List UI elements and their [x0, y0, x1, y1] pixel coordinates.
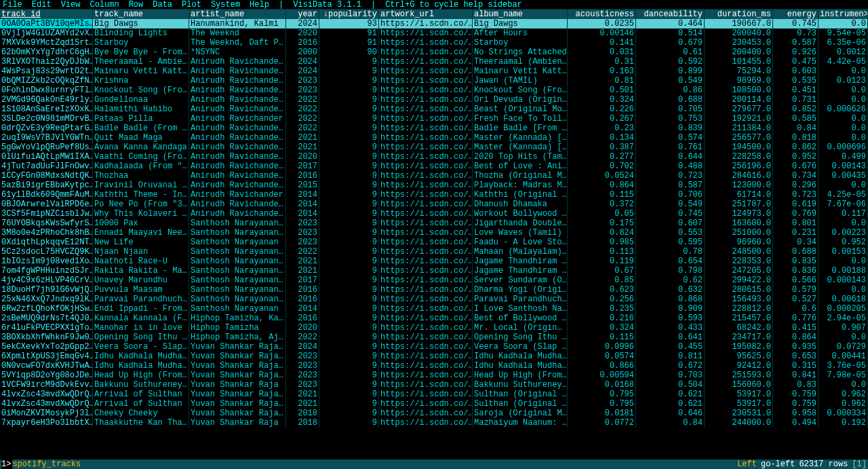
command-line[interactable]: ​ [81, 459, 737, 469]
cell: 7MXVkk9YMctZqd1Srt… [0, 38, 93, 48]
table-row[interactable]: 0N0vcwFO7dxKVHJTwA…Idhu Kadhala Mudha…Yu… [0, 361, 868, 371]
table-row[interactable]: 1bIOzsIm9j08ved1Xo…Naathoti Race-USantho… [0, 257, 868, 266]
table-row[interactable]: 1S108AnSaEreIzXOxK…Halamithi HabiboAniru… [0, 105, 868, 114]
table-row[interactable]: 6r4luFkPVECPXX1gTo…Manohar is in loveHip… [0, 323, 868, 333]
table-row[interactable]: 3SLDe2c0N981mMDrvB…Pataas PillaAnirudh R… [0, 114, 868, 124]
cell: Kannala Kannala (F… [93, 314, 189, 323]
cell: 0.000626 [818, 105, 868, 114]
menu-data[interactable]: Data [153, 0, 172, 9]
table-row[interactable]: 4WsPsaj83s29wrtO2t…Mainaru Vetti Katt…An… [0, 67, 868, 76]
table-row[interactable]: 4jv4C9x6zHLVP46CrV…Unavey MarundhuSantho… [0, 276, 868, 285]
cell: 0.315 [773, 361, 818, 371]
column--popularity[interactable]: ↓popularity [319, 10, 379, 19]
cell: 4WsPsaj83s29wrtO2t… [0, 67, 93, 76]
cell: Arrival of Sulthan [93, 399, 189, 409]
cell: 0.592 [636, 57, 705, 67]
table-row[interactable]: 4lvxZsc43mvdXwQDrQ…Arrival of SulthanYuv… [0, 390, 868, 399]
menu-row[interactable]: Row [129, 0, 144, 9]
menu-view[interactable]: View [61, 0, 81, 9]
cell: https://i.scdn.co/… [379, 38, 473, 48]
table-row[interactable]: 76UYOBkqsKWsSwfyrS…10000 PaxSanthosh Nar… [0, 219, 868, 228]
cell: 2020 [286, 152, 319, 162]
table-row[interactable]: 7xpayr6eH3Po3lbbtX…Thaakkuthe Kan Tha…Yu… [0, 418, 868, 428]
column-track-name[interactable]: track_name [93, 10, 189, 19]
cell: 0.514 [636, 29, 705, 38]
table-row[interactable]: 2VMGd96QakOnE49rly…GundellonaaAnirudh Ra… [0, 95, 868, 105]
column-instrumen-[interactable]: instrumen> [818, 10, 868, 19]
cell: 61y1lBdk609QmmFAuM… [0, 190, 93, 200]
table-rows[interactable]: 0OA0OaPt3BV10qeMIs…Big DawgsHanumankind,… [0, 19, 868, 428]
cell: 4lvxZsc43mvdXwQDrQ… [0, 399, 93, 409]
table-row[interactable]: 0iMonZKVIMosykPj3l…Cheeky CheekyYuvan Sh… [0, 409, 868, 418]
table-row[interactable]: 5Cz2sdocL75HVCZQ9K…Njaan NjaanSanthosh N… [0, 247, 868, 257]
cell: Head Up High (From… [93, 371, 189, 380]
table-row[interactable]: 5gGwYoVlpQRuPef8Us…Avana Kanna KandagaAn… [0, 143, 868, 152]
table-row[interactable]: 18DuoHf7jh9lG6vWjQ…Puvvula MaasamSanthos… [0, 285, 868, 295]
column-artwork-url[interactable]: artwork_url [379, 10, 473, 19]
table-row[interactable]: 1CCyFGn08MdxsNdtQK…ThozhaaAnirudh Ravich… [0, 171, 868, 181]
table-row[interactable]: 25xN46XxQ7Jndxq9lK…Paravai Parandhuch…Sa… [0, 295, 868, 304]
table-row[interactable]: 0bQMIZZkb2cOQkqZfN…KrishnaAnirudh Ravich… [0, 76, 868, 86]
table-row[interactable]: 5azBi9igrEBbaKytpc…Iravinil Oruvanai …An… [0, 181, 868, 190]
table-row[interactable]: 2uqI9WsV7BJVlYGWTn…Quit Maad MagaAnirudh… [0, 133, 868, 143]
table-row[interactable]: 0lUifuiAQtLpMW1IXA…Vaathi Coming (Fro…An… [0, 152, 868, 162]
cell: 0.494 [773, 418, 818, 428]
column-danceability[interactable]: danceability [636, 10, 705, 19]
table-row[interactable]: 6XpmltXpUS3jEmqGv4…Idhu Kadhala Mudha…Yu… [0, 352, 868, 361]
table-row[interactable]: 0BJOArwrelVaiRPD6e…Po Nee Po (From "3…An… [0, 200, 868, 209]
cell: 9 [319, 285, 379, 295]
table-row[interactable]: 62bOmKYxYg7dhrC6gH…Bye Bye Bye - From…*N… [0, 48, 868, 57]
table-row[interactable]: 7MXVkk9YMctZqd1Srt…StarboyThe Weeknd, Da… [0, 38, 868, 48]
menu-file[interactable]: File [3, 0, 22, 9]
cell: 2018 [286, 418, 319, 428]
column-energy[interactable]: energy [773, 10, 818, 19]
cell: 9 [319, 276, 379, 285]
menu-bar[interactable]: FileEditViewColumnRowDataPlotSystemHelp|… [0, 0, 868, 10]
table-row[interactable]: 3CSf5FmipNZCisblJw…Why This Kolaveri …An… [0, 209, 868, 219]
cell: https://i.scdn.co/… [379, 238, 473, 247]
cell: 0.731 [773, 95, 818, 105]
table-row[interactable]: 0XdiqthLpkqqvE12NT…New LifeSanthosh Nara… [0, 238, 868, 247]
menu-plot[interactable]: Plot [182, 0, 201, 9]
table-row[interactable]: 2sBeMUQ9drNs7t4QJ0…Kannala Kannala (F…Hi… [0, 314, 868, 323]
cell: 0VjIjW4GlUZAMYd2vX… [0, 29, 93, 38]
table-row[interactable]: 61y1lBdk609QmmFAuM…Kaththi Theme - In…An… [0, 190, 868, 200]
table-row[interactable]: 0drQZvE3y9ReqPtarG…Badle Badle (From …An… [0, 124, 868, 133]
table-row[interactable]: 0OA0OaPt3BV10qeMIs…Big DawgsHanumankind,… [0, 19, 868, 29]
cell: *NSYNC [189, 48, 286, 57]
table-row[interactable]: 5ekCXevkYxTo2pGpp2…Veera Soora - Slap…Yu… [0, 342, 868, 352]
cell: 6.35e-06 [818, 38, 868, 48]
column-year[interactable]: year [286, 10, 319, 19]
table-row[interactable]: 4lvxZsc43mvdXwQDrQ…Arrival of SulthanYuv… [0, 399, 868, 409]
column-album-name[interactable]: album_name [473, 10, 568, 19]
column-duration-ms[interactable]: duration_ms [705, 10, 773, 19]
cell: 0.862 [773, 143, 818, 152]
column-acousticness[interactable]: acousticness [568, 10, 636, 19]
table-row[interactable]: 3M8o0e4zPRhoChk8hB…Ennadi Maayavi Nee…Sa… [0, 228, 868, 238]
cell: 9 [319, 247, 379, 257]
table-row[interactable]: 7om4fgWPHHuinzdSJr…Rakita Rakita - Ma…Sa… [0, 266, 868, 276]
cell: 25xN46XxQ7Jndxq9lK… [0, 295, 93, 304]
cell: 76UYOBkqsKWsSwfyrS… [0, 219, 93, 228]
table-row[interactable]: 1VCFW9ircM9dDvkEvv…Bakkunu Suthureney…Yu… [0, 380, 868, 390]
table-row[interactable]: 0VjIjW4GlUZAMYd2vX…Blinding LightsThe We… [0, 29, 868, 38]
cell: 3M8o0e4zPRhoChk8hB… [0, 228, 93, 238]
table-row[interactable]: 6Rw2zfLQhoKfOKjHSw…Endi Ippadi - From…Sa… [0, 304, 868, 314]
menu-column[interactable]: Column [90, 0, 119, 9]
cell: 10000 Pax [93, 219, 189, 228]
cell: Yuvan Shankar Raja… [189, 409, 286, 418]
column-track-id[interactable]: track_id [0, 10, 93, 19]
column-artist-name[interactable]: artist_name [189, 10, 286, 19]
table-row[interactable]: 3RlVXOThaiz2QyDJbW…Theeraamal - Ambie…An… [0, 57, 868, 67]
menu-edit[interactable]: Edit [32, 0, 52, 9]
table-row[interactable]: 0FohlnDwx8urnryFTl…Knockout Song (Fro…An… [0, 86, 868, 95]
table-row[interactable]: 5VYiqp8D2oYg08oJDe…Head Up High (From…Yu… [0, 371, 868, 380]
cell: 0.907 [818, 323, 868, 333]
table-row[interactable]: 3BOXkbXhfWhknF9Jw0…Opening Song Ithu …Hi… [0, 333, 868, 342]
cell: Anirudh Ravichande… [189, 57, 286, 67]
menu-system[interactable]: System [211, 0, 240, 9]
cell: 9 [319, 124, 379, 133]
menu-help[interactable]: Help [250, 0, 269, 9]
cell: 279677.0 [705, 105, 773, 114]
table-row[interactable]: 4jTut7adUuFJlFnOwv…Kadhalaada (From "…An… [0, 162, 868, 171]
